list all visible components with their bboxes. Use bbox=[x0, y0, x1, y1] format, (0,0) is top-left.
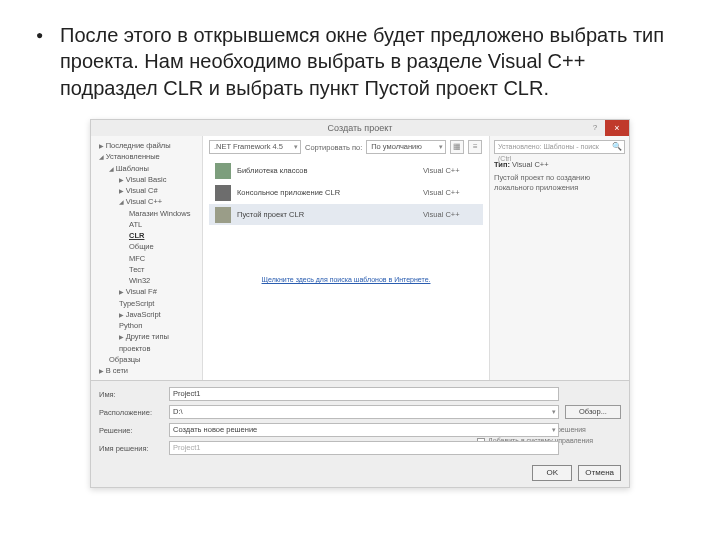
new-project-dialog: Создать проект ? × Последние файлы Устан… bbox=[90, 119, 630, 488]
help-button[interactable]: ? bbox=[585, 120, 605, 136]
sidebar-samples[interactable]: Образцы bbox=[95, 354, 198, 365]
cancel-button[interactable]: Отмена bbox=[578, 465, 621, 481]
dialog-titlebar: Создать проект ? × bbox=[91, 120, 629, 136]
sidebar-atl[interactable]: ATL bbox=[95, 219, 198, 230]
location-field[interactable]: D:\ bbox=[169, 405, 559, 419]
solname-field[interactable]: Project1 bbox=[169, 441, 559, 455]
sidebar-ts[interactable]: TypeScript bbox=[95, 298, 198, 309]
template-name: Пустой проект CLR bbox=[237, 210, 423, 219]
center-toolbar: .NET Framework 4.5 Сортировать по: По ум… bbox=[209, 140, 483, 154]
slide-bullet-text: После этого в открывшемся окне будет пре… bbox=[0, 0, 720, 113]
sidebar-other[interactable]: Другие типы проектов bbox=[95, 331, 198, 354]
solution-label: Решение: bbox=[99, 426, 163, 435]
view-list-icon[interactable]: ≡ bbox=[468, 140, 482, 154]
name-label: Имя: bbox=[99, 390, 163, 399]
browse-button[interactable]: Обзор... bbox=[565, 405, 621, 419]
framework-dropdown[interactable]: .NET Framework 4.5 bbox=[209, 140, 301, 154]
sidebar-vb[interactable]: Visual Basic bbox=[95, 174, 198, 185]
template-row-selected[interactable]: Пустой проект CLR Visual C++ bbox=[209, 204, 483, 226]
template-icon bbox=[215, 163, 231, 179]
template-row[interactable]: Библиотека классов Visual C++ bbox=[209, 160, 483, 182]
template-description: Пустой проект по созданию локального при… bbox=[494, 173, 625, 193]
template-icon bbox=[215, 207, 231, 223]
template-lang: Visual C++ bbox=[423, 210, 483, 219]
template-name: Библиотека классов bbox=[237, 166, 423, 175]
search-input[interactable]: Установлено: Шаблоны - поиск (Ctrl bbox=[494, 140, 625, 154]
solname-label: Имя решения: bbox=[99, 444, 163, 453]
bottom-form: Имя: Project1 Расположение: D:\ Обзор...… bbox=[91, 380, 629, 461]
sidebar-templates[interactable]: Шаблоны bbox=[95, 163, 198, 174]
sort-label: Сортировать по: bbox=[305, 143, 362, 152]
dialog-title: Создать проект bbox=[328, 123, 393, 133]
sidebar-test[interactable]: Тест bbox=[95, 264, 198, 275]
type-value: Visual C++ bbox=[512, 160, 549, 169]
sidebar-installed[interactable]: Установленные bbox=[95, 151, 198, 162]
template-lang: Visual C++ bbox=[423, 188, 483, 197]
sidebar-tree[interactable]: Последние файлы Установленные Шаблоны Vi… bbox=[91, 136, 203, 380]
sidebar-vcs[interactable]: Visual C# bbox=[95, 185, 198, 196]
sidebar-general[interactable]: Общие bbox=[95, 241, 198, 252]
sidebar-win32[interactable]: Win32 bbox=[95, 275, 198, 286]
template-row[interactable]: Консольное приложение CLR Visual C++ bbox=[209, 182, 483, 204]
solution-field[interactable]: Создать новое решение bbox=[169, 423, 559, 437]
bullet-content: После этого в открывшемся окне будет пре… bbox=[60, 24, 664, 99]
sidebar-js[interactable]: JavaScript bbox=[95, 309, 198, 320]
sidebar-vcpp[interactable]: Visual C++ bbox=[95, 196, 198, 207]
sidebar-online[interactable]: В сети bbox=[95, 365, 198, 376]
description-pane: Установлено: Шаблоны - поиск (Ctrl Тип: … bbox=[489, 136, 629, 380]
template-list[interactable]: Библиотека классов Visual C++ Консольное… bbox=[209, 160, 483, 226]
template-icon bbox=[215, 185, 231, 201]
sidebar-clr[interactable]: CLR bbox=[95, 230, 198, 241]
sidebar-recent[interactable]: Последние файлы bbox=[95, 140, 198, 151]
sidebar-store[interactable]: Магазин Windows bbox=[95, 208, 198, 219]
sidebar-mfc[interactable]: MFC bbox=[95, 253, 198, 264]
sort-dropdown[interactable]: По умолчанию bbox=[366, 140, 446, 154]
location-label: Расположение: bbox=[99, 408, 163, 417]
online-templates-link[interactable]: Щелкните здесь для поиска шаблонов в Инт… bbox=[209, 226, 483, 289]
ok-button[interactable]: OK bbox=[532, 465, 572, 481]
template-name: Консольное приложение CLR bbox=[237, 188, 423, 197]
sidebar-py[interactable]: Python bbox=[95, 320, 198, 331]
view-large-icon[interactable]: ▦ bbox=[450, 140, 464, 154]
template-lang: Visual C++ bbox=[423, 166, 483, 175]
close-icon[interactable]: × bbox=[605, 120, 629, 136]
sidebar-vfs[interactable]: Visual F# bbox=[95, 286, 198, 297]
name-field[interactable]: Project1 bbox=[169, 387, 559, 401]
